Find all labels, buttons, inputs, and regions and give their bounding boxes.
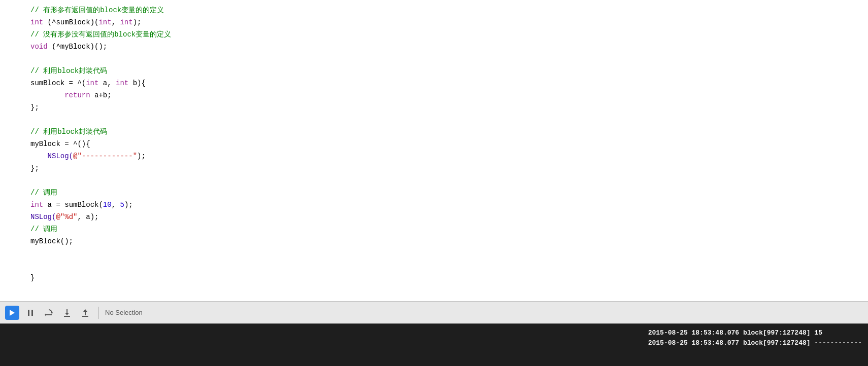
svg-rect-2 [31, 310, 33, 316]
svg-marker-10 [83, 309, 87, 312]
run-button[interactable] [5, 306, 19, 320]
code-line: // 调用 [30, 187, 868, 199]
step-over-button[interactable] [42, 306, 56, 320]
console-line: 2015-08-25 18:53:48.077 block[997:127248… [648, 338, 862, 348]
code-line: int a = sumBlock(10, 5); [30, 199, 868, 211]
step-out-button[interactable] [78, 306, 92, 320]
code-line: // 有形参有返回值的block变量的的定义 [30, 4, 868, 16]
no-selection-label: No Selection [105, 309, 143, 316]
code-line: // 调用 [30, 223, 868, 235]
code-line: // 没有形参没有返回值的block变量的定义 [30, 28, 868, 41]
svg-marker-0 [10, 310, 15, 316]
code-editor[interactable]: // 有形参有返回值的block变量的的定义int (^sumBlock)(in… [0, 0, 868, 301]
code-line: int (^sumBlock)(int, int); [30, 16, 868, 28]
code-line: NSLog(@"%d", a); [30, 211, 868, 223]
debug-toolbar: No Selection [0, 301, 868, 323]
step-into-button[interactable] [60, 306, 74, 320]
code-line: myBlock(); [30, 235, 868, 247]
code-line [30, 247, 868, 260]
code-line: void (^myBlock)(); [30, 41, 868, 53]
console-line: 2015-08-25 18:53:48.076 block[997:127248… [648, 328, 862, 338]
code-line: } [30, 272, 868, 284]
svg-marker-5 [45, 313, 46, 316]
code-line: myBlock = ^(){ [30, 138, 868, 150]
code-line: }; [30, 162, 868, 174]
code-line: }; [30, 101, 868, 114]
code-line [30, 174, 868, 187]
code-line: NSLog(@"------------"); [30, 150, 868, 162]
console-output-area: 2015-08-25 18:53:48.076 block[997:127248… [0, 323, 868, 366]
code-line [30, 53, 868, 65]
code-line [30, 114, 868, 126]
code-line: return a+b; [30, 89, 868, 101]
code-line: // 利用block封装代码 [30, 126, 868, 138]
svg-rect-1 [28, 310, 29, 316]
svg-marker-7 [65, 313, 69, 315]
code-line: sumBlock = ^(int a, int b){ [30, 77, 868, 89]
code-line [30, 260, 868, 272]
pause-button[interactable] [23, 306, 38, 320]
toolbar-divider [98, 307, 99, 319]
console-output: 2015-08-25 18:53:48.076 block[997:127248… [648, 328, 862, 348]
code-line: // 利用block封装代码 [30, 65, 868, 77]
